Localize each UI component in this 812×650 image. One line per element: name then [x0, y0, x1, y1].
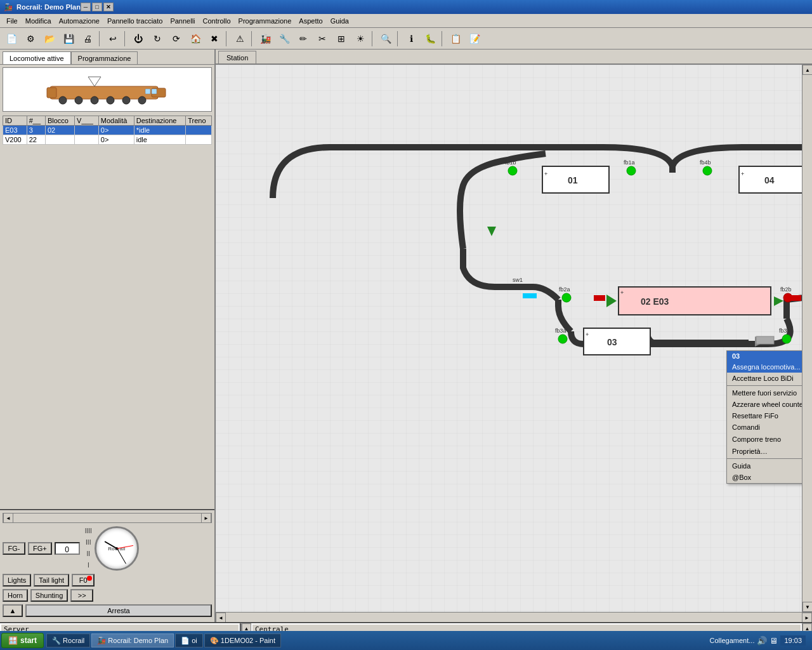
- menu-modifica[interactable]: Modifica: [22, 16, 55, 26]
- track-area[interactable]: 01 + 04 + 02 E03 + 03 +: [216, 65, 802, 612]
- menu-pannelli[interactable]: Pannelli: [166, 16, 199, 26]
- ctx-reset-fifo[interactable]: Resettare FiFo: [727, 410, 802, 421]
- ctx-sep2: [727, 458, 802, 459]
- stop-button[interactable]: Arresta: [25, 604, 212, 617]
- toolbar-warning[interactable]: ⚠: [231, 30, 249, 47]
- ctx-wheel-counter[interactable]: Azzerare wheel counter: [727, 399, 802, 410]
- taskbar-paint[interactable]: 🎨 1DEMO02 - Paint: [204, 633, 281, 647]
- hscroll-right[interactable]: ►: [802, 613, 812, 622]
- toolbar-print[interactable]: 🖨: [79, 30, 96, 47]
- toolbar-doc[interactable]: 📋: [447, 30, 464, 47]
- svg-rect-12: [145, 89, 150, 94]
- toolbar-open[interactable]: 📂: [41, 30, 58, 47]
- horn-button[interactable]: Horn: [3, 589, 28, 602]
- svg-rect-55: [790, 295, 801, 301]
- svg-point-36: [562, 293, 571, 302]
- ctx-assegna[interactable]: Assegna locomotiva...: [727, 361, 802, 373]
- vertical-scrollbar[interactable]: ▲ ▼: [802, 65, 812, 612]
- cell-dest: *idle: [134, 126, 185, 135]
- vscroll-down[interactable]: ▼: [802, 602, 812, 612]
- horn-row: Horn Shunting >>: [3, 589, 212, 602]
- toolbar-edit[interactable]: ✏: [294, 30, 312, 47]
- toolbar-info[interactable]: ℹ: [402, 30, 420, 47]
- toolbar-undo[interactable]: ↩: [104, 30, 122, 47]
- close-button[interactable]: ✕: [103, 3, 114, 11]
- menu-pannello-tracciato[interactable]: Pannello tracciato: [103, 16, 166, 26]
- toolbar-sep5: [372, 31, 374, 46]
- hscroll-track[interactable]: [226, 613, 802, 622]
- fg-plus-button[interactable]: FG+: [28, 542, 52, 555]
- toolbar-loco[interactable]: 🔧: [275, 30, 293, 47]
- minimize-button[interactable]: ─: [81, 3, 91, 11]
- toolbar-cut[interactable]: ✂: [313, 30, 331, 47]
- vscroll-track[interactable]: [802, 75, 812, 602]
- vscroll-up[interactable]: ▲: [802, 65, 812, 75]
- loco-row-e03[interactable]: E03 3 02 0> *idle: [3, 126, 212, 135]
- menu-controllo[interactable]: Controllo: [199, 16, 235, 26]
- ctx-box[interactable]: @Box: [727, 472, 802, 483]
- ctx-sep1: [727, 385, 802, 386]
- toolbar-power[interactable]: ⏻: [129, 30, 147, 47]
- toolbar-bug[interactable]: 🐛: [421, 30, 439, 47]
- ctx-proprieta[interactable]: Proprietà…: [727, 446, 802, 457]
- arrow-button[interactable]: >>: [70, 589, 93, 602]
- menu-programmazione[interactable]: Programmazione: [235, 16, 296, 26]
- svg-point-4: [75, 96, 82, 104]
- horizontal-scrollbar[interactable]: ◄ ►: [3, 513, 212, 523]
- ctx-guida[interactable]: Guida: [727, 460, 802, 472]
- toolbar-new[interactable]: 📄: [3, 30, 20, 47]
- tab-programming[interactable]: Programmazione: [71, 51, 138, 64]
- toolbar-home[interactable]: 🏠: [187, 30, 204, 47]
- toolbar-refresh2[interactable]: ⟳: [167, 30, 185, 47]
- f0-label: F0: [79, 576, 88, 584]
- lights-button[interactable]: Lights: [3, 574, 31, 587]
- station-tab[interactable]: Station: [218, 51, 256, 63]
- ctx-comandi[interactable]: Comandi▶: [727, 421, 802, 434]
- cell-block: 02: [45, 126, 74, 135]
- scroll-left-arrow[interactable]: ◄: [3, 513, 13, 523]
- toolbar-search[interactable]: 🔍: [377, 30, 395, 47]
- svg-rect-48: [594, 295, 605, 301]
- hscroll-bar[interactable]: ◄ ►: [216, 612, 812, 622]
- toolbar-light[interactable]: ☀: [351, 30, 369, 47]
- menu-aspetto[interactable]: Aspetto: [295, 16, 326, 26]
- ctx-accettare[interactable]: Accettare Loco BiDi: [727, 373, 802, 384]
- toolbar-refresh[interactable]: ↻: [148, 30, 166, 47]
- hscroll-left[interactable]: ◄: [216, 613, 226, 622]
- toolbar-prog[interactable]: 📝: [466, 30, 483, 47]
- up-arrow-button[interactable]: ▲: [3, 604, 23, 617]
- taskbar-demo-plan[interactable]: 🚂 Rocrail: Demo Plan: [91, 633, 174, 647]
- shunting-button[interactable]: Shunting: [30, 589, 68, 602]
- tail-light-button[interactable]: Tail light: [34, 574, 69, 587]
- menu-automazione[interactable]: Automazione: [55, 16, 103, 26]
- toolbar-train[interactable]: 🚂: [256, 30, 274, 47]
- ctx-comporre[interactable]: Comporre treno▶: [727, 434, 802, 446]
- left-panel: Locomotive attive Programmazione: [0, 50, 216, 622]
- maximize-button[interactable]: □: [92, 3, 102, 11]
- scroll-right-arrow[interactable]: ►: [201, 513, 211, 523]
- f0-button[interactable]: F0: [72, 574, 95, 587]
- tab-locomotive-attive[interactable]: Locomotive attive: [3, 51, 71, 64]
- grid-svg: 01 + 04 + 02 E03 + 03 +: [216, 65, 802, 612]
- f0-indicator: [87, 576, 92, 581]
- start-button[interactable]: 🪟 start: [1, 633, 44, 648]
- loco-row-v200[interactable]: V200 22 0> idle: [3, 135, 212, 145]
- fg-minus-button[interactable]: FG-: [3, 542, 25, 555]
- toolbar-sep7: [442, 31, 444, 46]
- right-panel: Station: [216, 50, 812, 622]
- taskbar-rocrail[interactable]: 🔧 Rocrail: [46, 633, 90, 647]
- ctx-fuori-servizio[interactable]: Mettere fuori servizio: [727, 387, 802, 399]
- toolbar-settings[interactable]: ⚙: [22, 30, 39, 47]
- svg-point-30: [627, 166, 636, 175]
- menu-file[interactable]: File: [3, 16, 22, 26]
- scroll-track[interactable]: [13, 514, 201, 522]
- svg-rect-1: [47, 88, 56, 98]
- menu-guida[interactable]: Guida: [327, 16, 353, 26]
- cell-v: [75, 126, 99, 135]
- speed-display: 0: [55, 542, 80, 555]
- taskbar-oi[interactable]: 📄 oi: [175, 633, 203, 647]
- toolbar-grid[interactable]: ⊞: [332, 30, 350, 47]
- svg-point-42: [782, 335, 791, 343]
- toolbar-save[interactable]: 💾: [60, 30, 77, 47]
- toolbar-stop[interactable]: ✖: [206, 30, 223, 47]
